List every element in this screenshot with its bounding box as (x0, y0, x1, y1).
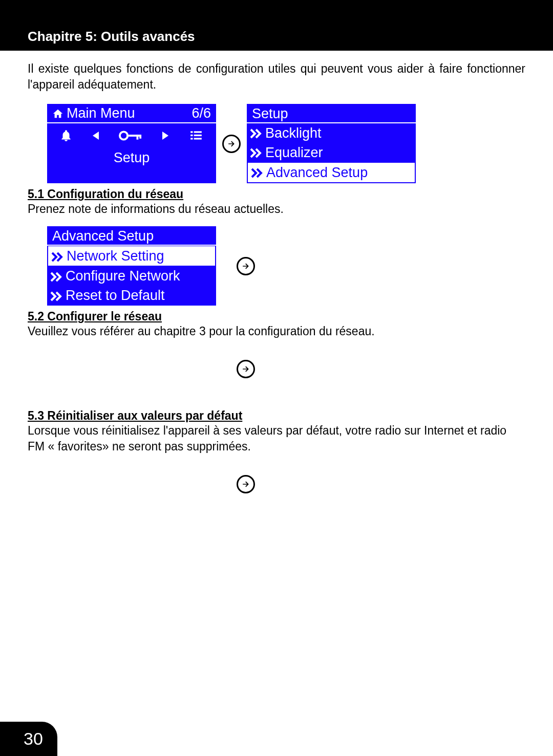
lcd-main-counter: 6/6 (192, 105, 211, 121)
lcd-main-title-text: Main Menu (67, 105, 135, 121)
svg-rect-5 (194, 131, 201, 133)
lcd-main-selected: Setup (47, 148, 216, 167)
lcd-setup-menu: Setup Backlight Equalizer Advanced Setup (247, 104, 416, 183)
arrow-right-icon (222, 135, 241, 153)
chapter-title: Chapitre 5: Outils avancés (0, 23, 553, 51)
lcd-main-menu: Main Menu 6/6 Setup (47, 104, 216, 183)
list-icon (188, 129, 204, 142)
section-5-1-heading: 5.1 Configuration du réseau (28, 187, 525, 201)
setup-item-advanced: Advanced Setup (248, 163, 415, 182)
section-5-2-heading: 5.2 Configurer le réseau (28, 310, 525, 323)
section-5-2-text: Veuillez vous référer au chapitre 3 pour… (28, 323, 525, 339)
svg-rect-2 (136, 135, 138, 140)
chevron-icon (250, 125, 264, 141)
section-5-3-heading: 5.3 Réinitialiser aux valeurs par défaut (28, 409, 525, 423)
home-icon (52, 108, 63, 119)
lcd-setup-title: Setup (247, 104, 416, 123)
top-bar (0, 0, 553, 23)
svg-rect-9 (194, 138, 201, 139)
chevron-icon (51, 248, 66, 264)
svg-rect-3 (139, 135, 141, 139)
menu-row-2: Advanced Setup Network Setting Configure… (28, 226, 525, 306)
adv-item-label: Configure Network (66, 268, 180, 284)
lcd-icon-strip (47, 123, 216, 148)
svg-rect-8 (190, 138, 193, 139)
section-5-3-text: Lorsque vous réinitialisez l'appareil à … (28, 423, 525, 455)
setup-item-label: Equalizer (265, 145, 323, 161)
adv-item-label: Reset to Default (66, 288, 165, 304)
setup-item-equalizer: Equalizer (247, 143, 416, 162)
adv-item-label: Network Setting (67, 248, 164, 264)
chevron-icon (250, 145, 264, 161)
section-5-1-text: Prenez note de informations du réseau ac… (28, 201, 525, 217)
key-icon (119, 129, 142, 142)
svg-rect-7 (194, 135, 201, 136)
play-triangle-icon (159, 128, 172, 143)
arrow-right-icon (237, 257, 255, 275)
svg-rect-6 (190, 135, 193, 136)
chevron-icon (50, 268, 65, 284)
chevron-icon (50, 288, 65, 304)
adv-item-network-setting: Network Setting (48, 246, 215, 266)
lcd-main-title-row: Main Menu 6/6 (47, 104, 216, 123)
back-triangle-icon (90, 128, 102, 143)
lcd-advanced-menu: Advanced Setup Network Setting Configure… (47, 226, 216, 306)
setup-item-label: Backlight (265, 125, 322, 141)
chevron-icon (251, 165, 265, 181)
menu-row-1: Main Menu 6/6 Setup Setup Backlight (28, 104, 525, 183)
page-number: 30 (0, 722, 57, 756)
intro-paragraph: Il existe quelques fonctions de configur… (28, 61, 525, 93)
svg-point-0 (120, 132, 127, 139)
bell-icon (59, 128, 73, 143)
setup-item-backlight: Backlight (247, 123, 416, 143)
lcd-main-title: Main Menu (52, 105, 135, 121)
lcd-advanced-title: Advanced Setup (47, 226, 216, 246)
setup-item-label: Advanced Setup (266, 165, 368, 181)
adv-item-reset-default: Reset to Default (47, 286, 216, 305)
arrow-right-icon (237, 475, 255, 493)
adv-item-configure-network: Configure Network (47, 266, 216, 286)
svg-rect-4 (190, 131, 193, 133)
arrow-right-icon (237, 360, 255, 378)
